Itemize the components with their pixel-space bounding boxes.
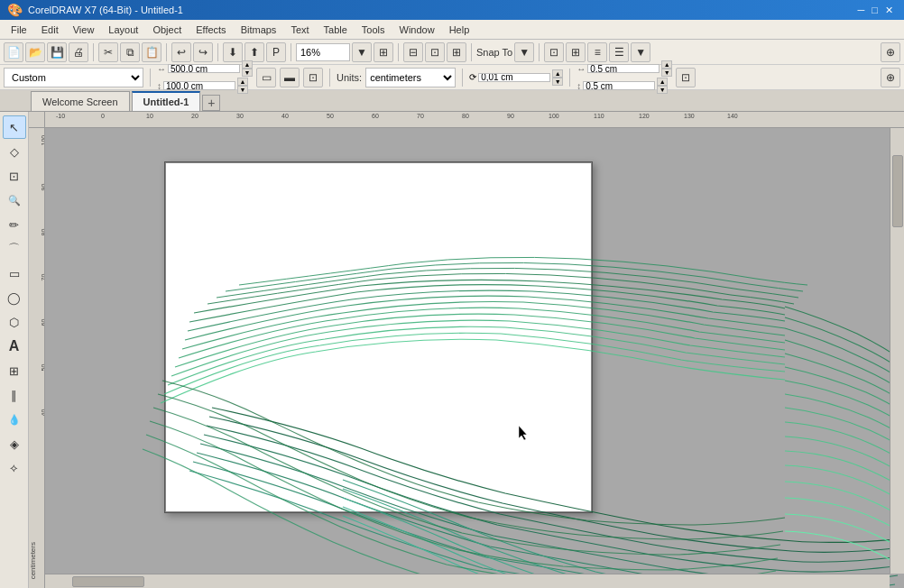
menu-effects[interactable]: Effects <box>189 23 233 37</box>
zoom-tool[interactable]: 🔍 <box>3 188 26 212</box>
view-mode1[interactable]: ⊟ <box>403 42 423 62</box>
parallel-tool[interactable]: ∥ <box>3 383 26 407</box>
units-select[interactable]: centimeters <box>365 68 456 87</box>
freehand-tool[interactable]: ✏ <box>3 213 26 236</box>
options-btn[interactable]: ☰ <box>609 42 629 62</box>
zoom-input[interactable]: 16% <box>296 43 350 61</box>
shape-tool[interactable]: ◇ <box>3 140 26 163</box>
rect-tool[interactable]: ▭ <box>3 262 26 285</box>
menu-layout[interactable]: Layout <box>101 23 145 37</box>
separator7 <box>539 43 540 61</box>
open-button[interactable]: 📂 <box>25 42 45 62</box>
nudge-down[interactable]: ▼ <box>552 78 563 86</box>
page-height-input[interactable] <box>163 81 235 90</box>
nudge-input[interactable] <box>478 73 550 82</box>
save-button[interactable]: 💾 <box>47 42 67 62</box>
snap-settings-btn[interactable]: ⊡ <box>676 68 696 87</box>
zoom-dropdown[interactable]: ▼ <box>352 42 372 62</box>
scrollbar-horizontal[interactable] <box>45 574 890 588</box>
menu-edit[interactable]: Edit <box>34 23 66 37</box>
text-tool[interactable]: A <box>3 335 26 358</box>
snap-dropdown-btn[interactable]: ▼ <box>514 42 534 62</box>
sep-t2-1 <box>150 69 151 87</box>
title-text: CorelDRAW X7 (64-Bit) - Untitled-1 <box>28 5 183 15</box>
main-area: ↖ ◇ ⊡ 🔍 ✏ ⌒ ▭ ◯ ⬡ A ⊞ ∥ 💧 ◈ ⟡ -10 0 10 2… <box>0 112 904 588</box>
print-button[interactable]: 🖨 <box>69 42 88 62</box>
snap-h-up[interactable]: ▲ <box>657 78 668 86</box>
add-column-btn[interactable]: ⊕ <box>881 42 900 62</box>
snap-btn2[interactable]: ⊞ <box>566 42 586 62</box>
publish-button[interactable]: P <box>266 42 286 62</box>
snap-h-input[interactable] <box>583 81 655 90</box>
ellipse-tool[interactable]: ◯ <box>3 286 26 309</box>
blend-tool[interactable]: ⟡ <box>3 456 26 480</box>
tab-welcome[interactable]: Welcome Screen <box>31 91 130 111</box>
sep-t2-2 <box>329 69 330 87</box>
toolbar2: Custom ↔ ▲ ▼ ↕ ▲ ▼ ▭ ▬ ⊡ Units: centimet… <box>0 65 904 90</box>
options-dropdown[interactable]: ▼ <box>631 42 650 62</box>
export-button[interactable]: ⬆ <box>244 42 264 62</box>
menu-view[interactable]: View <box>66 23 102 37</box>
landscape-btn[interactable]: ▬ <box>280 68 300 87</box>
table-tool[interactable]: ⊞ <box>3 359 26 382</box>
page-width-input[interactable] <box>168 64 240 73</box>
close-btn[interactable]: ✕ <box>885 5 893 16</box>
add-toolbar-btn[interactable]: ⊕ <box>881 68 900 87</box>
menu-file[interactable]: File <box>4 23 34 37</box>
fill-tool[interactable]: ◈ <box>3 432 26 455</box>
nudge-spinner[interactable]: ▲ ▼ <box>552 69 563 86</box>
menu-bitmaps[interactable]: Bitmaps <box>234 23 284 37</box>
select-tool[interactable]: ↖ <box>3 115 26 139</box>
zoom-to-fit[interactable]: ⊞ <box>374 42 393 62</box>
view-mode3[interactable]: ⊞ <box>447 42 466 62</box>
height-spinner[interactable]: ▲ ▼ <box>237 78 248 94</box>
maximize-btn[interactable]: □ <box>872 5 878 15</box>
page-settings-btn[interactable]: ⊡ <box>303 68 323 87</box>
cut-button[interactable]: ✂ <box>98 42 118 62</box>
import-button[interactable]: ⬇ <box>223 42 243 62</box>
separator4 <box>291 43 291 61</box>
menu-table[interactable]: Table <box>317 23 355 37</box>
width-spinner[interactable]: ▲ ▼ <box>242 60 253 77</box>
width-up[interactable]: ▲ <box>242 60 253 69</box>
minimize-btn[interactable]: ─ <box>858 5 865 15</box>
nudge-up[interactable]: ▲ <box>552 69 563 78</box>
view-mode2[interactable]: ⊡ <box>425 42 445 62</box>
snap-h-down[interactable]: ▼ <box>657 86 668 94</box>
menu-tools[interactable]: Tools <box>355 23 392 37</box>
snap-btn3[interactable]: ≡ <box>587 42 607 62</box>
snap-w-spinner[interactable]: ▲ ▼ <box>661 60 672 77</box>
menu-object[interactable]: Object <box>145 23 189 37</box>
copy-button[interactable]: ⧉ <box>120 42 140 62</box>
snap-w-input[interactable] <box>587 64 660 73</box>
height-up[interactable]: ▲ <box>237 78 248 86</box>
eyedropper-tool[interactable]: 💧 <box>3 408 26 431</box>
width-down[interactable]: ▼ <box>242 69 253 77</box>
snap-btn1[interactable]: ⊡ <box>544 42 564 62</box>
menu-help[interactable]: Help <box>442 23 477 37</box>
menu-text[interactable]: Text <box>283 23 316 37</box>
portrait-btn[interactable]: ▭ <box>256 68 276 87</box>
paste-button[interactable]: 📋 <box>142 42 161 62</box>
scrollbar-vertical[interactable] <box>890 128 904 574</box>
snap-w-down[interactable]: ▼ <box>661 69 672 77</box>
redo-button[interactable]: ↪ <box>193 42 213 62</box>
height-down[interactable]: ▼ <box>237 86 248 94</box>
canvas-page <box>164 161 593 513</box>
crop-tool[interactable]: ⊡ <box>3 164 26 188</box>
scrollbar-v-thumb[interactable] <box>892 155 903 227</box>
ruler-corner <box>29 112 45 128</box>
canvas-container: -10 0 10 20 30 40 50 60 70 80 90 100 110… <box>29 112 904 588</box>
undo-button[interactable]: ↩ <box>171 42 191 62</box>
snap-w-up[interactable]: ▲ <box>661 60 672 69</box>
snap-h-spinner[interactable]: ▲ ▼ <box>657 78 668 94</box>
menu-bar: File Edit View Layout Object Effects Bit… <box>0 20 904 40</box>
polygon-tool[interactable]: ⬡ <box>3 310 26 334</box>
smart-draw-tool[interactable]: ⌒ <box>3 237 26 261</box>
scrollbar-h-thumb[interactable] <box>72 576 144 587</box>
new-button[interactable]: 📄 <box>4 42 23 62</box>
page-preset-select[interactable]: Custom <box>4 68 143 87</box>
menu-window[interactable]: Window <box>392 23 442 37</box>
tab-untitled1[interactable]: Untitled-1 <box>132 91 201 111</box>
tab-add-button[interactable]: + <box>202 95 220 111</box>
